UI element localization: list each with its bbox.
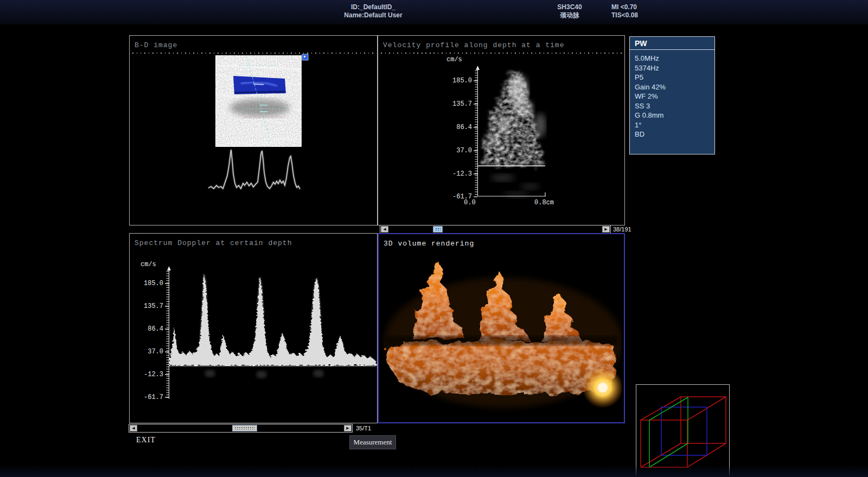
tick-label: 86.4 (125, 325, 163, 333)
tick-label: 185.0 (125, 280, 163, 287)
measurement-button[interactable]: Measurement (349, 435, 396, 449)
x-tick-start: 0.0 (464, 199, 476, 207)
velocity-profile-panel[interactable]: Velocity profile along depth at a time (378, 35, 625, 225)
pw-parameter-panel: PW 5.0MHz 5374Hz P5 Gain 42% WF 2% SS 3 … (629, 36, 715, 154)
param-wall-filter: WF 2% (635, 92, 710, 101)
volume-rendering-panel[interactable]: 3D volume rendering (378, 233, 625, 423)
pw-mode-title: PW (630, 37, 714, 50)
param-power: P5 (635, 73, 710, 82)
tick-label: 185.0 (434, 77, 472, 85)
patient-id: ID:_DefaultID_ (344, 3, 402, 11)
bottom-gradient (0, 465, 868, 477)
thumb-grip-icon (435, 228, 441, 231)
exit-button[interactable]: EXIT (136, 436, 156, 444)
param-gate: G 0.8mm (635, 111, 710, 120)
focus-marker-icon (302, 54, 308, 60)
patient-name: Name:Default User (344, 11, 402, 20)
spectrum-y-ticks: 185.0 135.7 86.4 37.0 -12.3 -61.7 (125, 234, 163, 423)
acoustic-indices: MI <0.70 TIS<0.08 (611, 3, 638, 20)
velocity-profile-graphic (378, 36, 624, 225)
pw-parameter-list: 5.0MHz 5374Hz P5 Gain 42% WF 2% SS 3 G 0… (630, 50, 714, 143)
param-bd: BD (635, 130, 710, 139)
param-gain: Gain 42% (635, 82, 710, 92)
tis-value: TIS<0.08 (611, 11, 638, 20)
time-scrollbar[interactable]: ◀ ▶ (129, 424, 353, 433)
mi-value: MI <0.70 (611, 3, 638, 11)
probe-info: SH3C40 颈动脉 (557, 3, 582, 20)
spectrum-doppler-panel[interactable]: Spectrum Doppler at certain depth cm/s 1… (129, 233, 378, 423)
frame-scrollbar[interactable]: ◀ ▶ (380, 225, 611, 234)
scroll-right-button[interactable]: ▶ (602, 226, 610, 233)
scroll-left-button[interactable]: ◀ (130, 425, 137, 431)
param-ss: SS 3 (635, 101, 710, 111)
volume-rendering-graphic (379, 234, 622, 420)
orientation-cube-box[interactable] (636, 384, 730, 477)
velocity-y-ticks: 185.0 135.7 86.4 37.0 -12.3 -61.7 (434, 36, 472, 225)
scrollbar-thumb[interactable] (433, 226, 443, 233)
probe-model: SH3C40 (557, 3, 582, 11)
thumb-grip-icon (234, 427, 255, 430)
tick-label: 37.0 (125, 348, 163, 356)
bd-image-graphic (130, 36, 377, 225)
exam-preset: 颈动脉 (557, 11, 582, 20)
patient-info: ID:_DefaultID_ Name:Default User (344, 3, 402, 20)
frame-counter: 38/191 (613, 226, 631, 233)
top-status-bar: ID:_DefaultID_ Name:Default User SH3C40 … (0, 0, 868, 24)
scroll-right-button[interactable]: ▶ (344, 425, 352, 431)
tick-label: -61.7 (125, 394, 163, 401)
tick-label: 37.0 (434, 147, 472, 154)
ultrasound-app-screen: ID:_DefaultID_ Name:Default User SH3C40 … (0, 0, 868, 477)
tick-label: 135.7 (125, 302, 163, 310)
spectrum-doppler-graphic (130, 234, 377, 423)
x-tick-end: 0.8cm (534, 199, 554, 207)
scroll-left-button[interactable]: ◀ (381, 226, 388, 233)
tick-label: -12.3 (125, 371, 163, 378)
tick-label: 86.4 (434, 124, 472, 131)
param-frequency: 5.0MHz (635, 54, 710, 63)
scrollbar-thumb[interactable] (232, 425, 257, 431)
tick-label: -12.3 (434, 170, 472, 178)
time-counter: 35/T1 (356, 425, 371, 431)
orientation-cube-icon (636, 385, 729, 477)
param-prf: 5374Hz (635, 63, 710, 73)
tick-label: 135.7 (434, 100, 472, 108)
bd-image-panel[interactable]: B-D image (129, 35, 378, 225)
param-angle: 1° (635, 120, 710, 130)
